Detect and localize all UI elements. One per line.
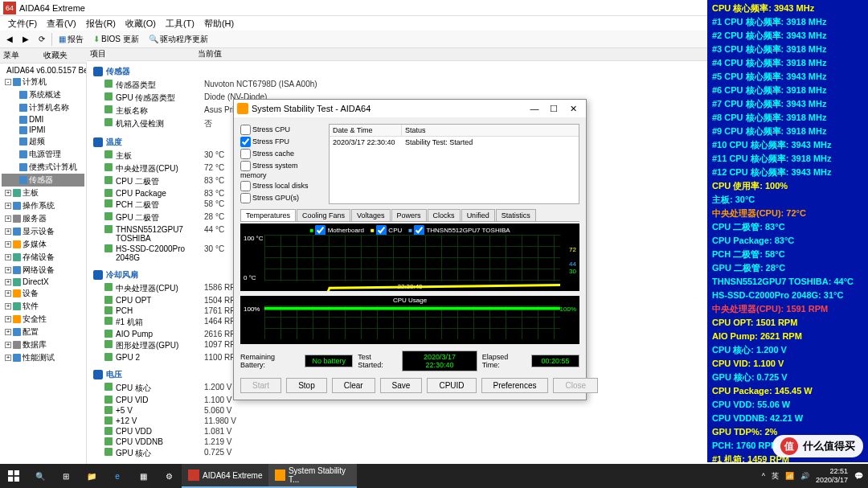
tree-node[interactable]: IPMI [2,125,84,135]
tree-node[interactable]: 超频 [2,135,84,148]
osd-line: #9 CPU 核心频率: 3918 MHz [712,125,863,138]
watermark: 值 什么值得买 [772,435,863,457]
tray-chevron-icon[interactable]: ^ [762,472,765,480]
log-col-status: Status [402,125,429,136]
watermark-badge: 值 [780,437,798,455]
tree-node[interactable]: +存储设备 [2,251,84,264]
tree-node[interactable]: 计算机名称 [2,101,84,114]
stress-checkbox[interactable]: Stress GPU(s) [240,192,321,204]
dialog-tab[interactable]: Voltages [351,209,391,221]
tree-node[interactable]: +配置 [2,326,84,338]
tray-ime[interactable]: 英 [772,471,779,482]
tray-volume-icon[interactable]: 🔊 [800,472,809,480]
menu-help[interactable]: 帮助(H) [199,16,239,31]
tree-tab-fav[interactable]: 收藏夹 [43,50,84,61]
menu-tools[interactable]: 工具(T) [161,16,199,31]
search-icon[interactable]: 🔍 [27,464,53,488]
tray-network-icon[interactable]: 📶 [785,472,794,480]
osd-line: AIO Pump: 2621 RPM [712,330,863,343]
start-button[interactable] [0,464,27,488]
dialog-tab[interactable]: Statistics [496,209,536,221]
taskbar-app-icon[interactable]: ▦ [130,464,156,488]
dialog-title: System Stability Test - AIDA64 [252,104,525,113]
graph-ytop: 100 °C [244,235,264,242]
col-value: 当前值 [191,48,222,60]
dialog-close[interactable]: ✕ [563,104,583,114]
tree-node[interactable]: 传感器 [2,174,84,187]
osd-line: 中央处理器(CPU): 1591 RPM [712,302,863,316]
svg-rect-1 [14,470,19,475]
osd-line: CPU 二极管: 83°C [712,220,863,234]
nav-tree[interactable]: AIDA64 v6.00.5157 Beta-计算机系统概述计算机名称DMIIP… [0,64,87,465]
menu-fav[interactable]: 收藏(O) [121,16,161,31]
dialog-tab[interactable]: Powers [391,209,427,221]
tray-clock[interactable]: 22:51 2020/3/17 [816,467,848,485]
driver-button[interactable]: 🔍驱动程序更新 [145,34,211,45]
tree-node[interactable]: AIDA64 v6.00.5157 Beta [2,65,84,76]
stress-checkbox[interactable]: Stress FPU [240,136,321,148]
edge-icon[interactable]: e [104,464,130,488]
legend-item: CPU [371,227,402,234]
stability-dialog: System Stability Test - AIDA64 — ☐ ✕ Str… [233,99,587,400]
tree-tab-menu[interactable]: 菜单 [3,50,43,61]
dialog-tab[interactable]: Unified [461,209,495,221]
osd-line: CPU 核心: 1.200 V [712,343,863,357]
tree-header: 菜单 收藏夹 [0,48,87,64]
osd-line: #5 CPU 核心频率: 3943 MHz [712,70,863,84]
osd-line: CPU 核心频率: 3943 MHz [712,2,863,15]
report-button[interactable]: ▦报告 [55,34,87,45]
osd-line: GPU 核心: 0.725 V [712,371,863,384]
taskbar-app-stability[interactable]: System Stability T... [268,464,357,488]
tree-node[interactable]: 便携式计算机 [2,161,84,174]
bios-button[interactable]: ⬇BIOS 更新 [90,34,142,45]
dialog-titlebar[interactable]: System Stability Test - AIDA64 — ☐ ✕ [234,100,586,117]
tree-node[interactable]: +性能测试 [2,351,84,364]
tree-node[interactable]: +DirectX [2,277,84,287]
notification-icon[interactable]: 💬 [854,472,863,480]
stress-checkbox[interactable]: Stress system memory [240,160,321,180]
stress-checkbox[interactable]: Stress CPU [240,124,321,136]
taskbar-app-icon[interactable]: ⚙ [156,464,182,488]
dialog-maximize[interactable]: ☐ [544,104,563,114]
tree-node[interactable]: +服务器 [2,212,84,225]
osd-line: #10 CPU 核心频率: 3943 MHz [712,138,863,152]
taskbar-app-aida64[interactable]: AIDA64 Extreme [182,464,268,488]
stress-checkbox[interactable]: Stress local disks [240,180,321,192]
osd-line: #12 CPU 核心频率: 3943 MHz [712,166,863,179]
watermark-text: 什么值得买 [803,439,855,453]
system-tray[interactable]: ^ 英 📶 🔊 22:51 2020/3/17 💬 [757,467,868,485]
tree-node[interactable]: +设备 [2,287,84,300]
tree-node[interactable]: DMI [2,114,84,125]
tree-node[interactable]: +主板 [2,187,84,199]
tree-node[interactable]: 系统概述 [2,88,84,101]
tree-node[interactable]: +安全性 [2,313,84,326]
tree-node[interactable]: +网络设备 [2,264,84,277]
taskview-icon[interactable]: ⊞ [53,464,79,488]
menu-file[interactable]: 文件(F) [3,16,42,31]
forward-button[interactable]: ▶ [19,35,32,43]
osd-line: #3 CPU 核心频率: 3918 MHz [712,43,863,56]
stress-checkbox[interactable]: Stress cache [240,148,321,160]
explorer-icon[interactable]: 📁 [79,464,104,488]
dialog-minimize[interactable]: — [525,104,544,113]
tree-node[interactable]: +多媒体 [2,238,84,251]
tree-node[interactable]: +显示设备 [2,225,84,238]
dialog-tab[interactable]: Temperatures [240,209,296,221]
osd-line: PCH 二极管: 58°C [712,248,863,261]
dialog-tab[interactable]: Cooling Fans [297,209,350,221]
tree-node[interactable]: +软件 [2,300,84,313]
back-button[interactable]: ◀ [3,35,16,43]
menu-view[interactable]: 查看(V) [42,16,81,31]
dialog-tab[interactable]: Clocks [428,209,461,221]
tree-node[interactable]: 电源管理 [2,148,84,161]
tree-node[interactable]: +数据库 [2,338,84,351]
osd-line: #1 CPU 核心频率: 3918 MHz [712,15,863,29]
osd-line: #11 CPU 核心频率: 3918 MHz [712,152,863,166]
log-col-datetime: Date & Time [330,125,402,136]
app-icon: 64 [3,2,16,14]
tree-node[interactable]: -计算机 [2,76,84,88]
tree-node[interactable]: +操作系统 [2,199,84,212]
menu-report[interactable]: 报告(R) [81,16,121,31]
refresh-button[interactable]: ⟳ [35,35,48,43]
svg-rect-3 [14,477,19,482]
